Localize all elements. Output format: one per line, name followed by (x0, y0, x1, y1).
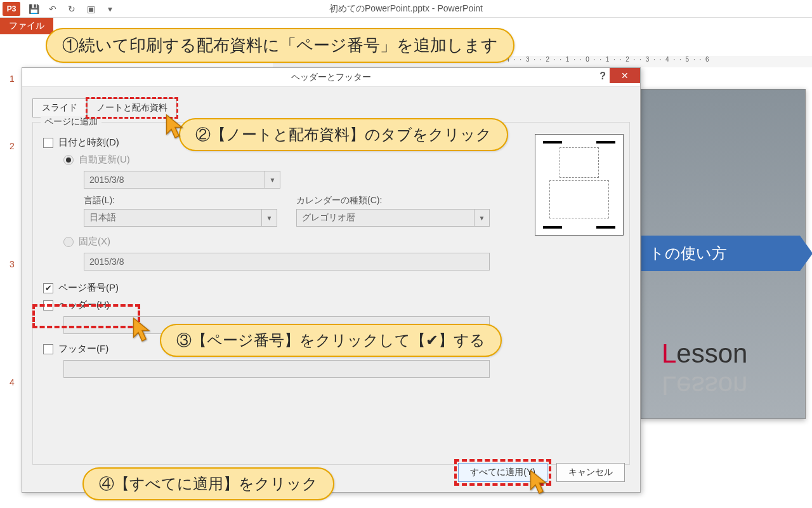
file-tab[interactable]: ファイル (0, 18, 53, 34)
pagenum-row: ページ番号(P) (43, 282, 619, 294)
date-format-value: 2015/3/8 (89, 175, 124, 185)
calendar-column: カレンダーの種類(C): グレゴリオ暦 ▼ (296, 195, 490, 227)
callout-4: ④【すべてに適用】をクリック (82, 467, 334, 500)
cancel-button[interactable]: キャンセル (556, 463, 625, 482)
pagenum-label: ページ番号(P) (58, 282, 119, 294)
help-icon[interactable]: ? (599, 70, 606, 82)
auto-update-radio[interactable] (63, 155, 74, 165)
header-row: ヘッダー(H) (43, 299, 619, 311)
fixed-row: 固定(X) (63, 236, 619, 248)
quick-access-toolbar: 💾 ↶ ↻ ▣ ▾ (23, 2, 121, 16)
window-title: 初めてのPowerPoint.pptx - PowerPoint (329, 3, 483, 15)
slide-banner: トの使い方 (641, 236, 800, 271)
save-icon[interactable]: 💾 (27, 2, 41, 16)
fixed-radio[interactable] (63, 237, 74, 247)
group-title: ページに追加 (41, 116, 102, 128)
fixed-value-row: 2015/3/8 (84, 253, 619, 271)
header-checkbox[interactable] (43, 300, 53, 311)
language-label: 言語(L): (84, 195, 277, 206)
chevron-down-icon: ▼ (261, 210, 277, 226)
calendar-label: カレンダーの種類(C): (296, 195, 490, 206)
pagenum-checkbox[interactable] (43, 283, 53, 293)
header-label: ヘッダー(H) (58, 299, 110, 311)
slide-canvas: トの使い方 Lesson Lesson (641, 89, 806, 419)
slide-number[interactable]: 4 (0, 371, 24, 438)
date-combo-row: 2015/3/8 ▼ (84, 171, 280, 189)
tab-slide[interactable]: スライド (32, 98, 87, 117)
lesson-logo: Lesson (662, 338, 747, 369)
slide-thumbnail-panel: 1 2 3 4 (0, 67, 24, 508)
chevron-down-icon: ▼ (265, 171, 280, 188)
slide-number[interactable]: 3 (0, 253, 24, 371)
callout-1: ①続いて印刷する配布資料に「ページ番号」を追加します (46, 28, 514, 63)
callout-2: ②【ノートと配布資料】のタブをクリック (179, 118, 508, 151)
date-format-combo[interactable]: 2015/3/8 ▼ (84, 171, 280, 189)
lesson-logo-reflection: Lesson (662, 370, 747, 401)
slide-number[interactable]: 1 (0, 67, 24, 135)
cursor-icon (164, 113, 187, 140)
dialog-tab-strip: スライド ノートと配布資料 (32, 98, 630, 117)
calendar-value: グレゴリオ暦 (302, 212, 355, 224)
datetime-checkbox[interactable] (43, 138, 53, 148)
language-combo[interactable]: 日本語 ▼ (84, 209, 277, 227)
language-column: 言語(L): 日本語 ▼ (84, 195, 277, 227)
callout-3: ③【ページ番号】をクリックして【✔】する (160, 324, 502, 357)
fixed-date-field[interactable]: 2015/3/8 (84, 253, 490, 271)
footer-checkbox[interactable] (43, 344, 53, 354)
title-bar: P3 💾 ↶ ↻ ▣ ▾ 初めてのPowerPoint.pptx - Power… (0, 0, 812, 18)
chevron-down-icon: ▼ (474, 210, 489, 226)
footer-text-row (63, 360, 619, 378)
calendar-combo[interactable]: グレゴリオ暦 ▼ (296, 209, 490, 227)
app-icon: P3 (3, 2, 20, 16)
dialog-title: ヘッダーとフッター (291, 72, 371, 83)
language-value: 日本語 (89, 212, 116, 224)
close-icon[interactable]: ✕ (610, 68, 640, 83)
cursor-icon (131, 316, 154, 343)
footer-text-field[interactable] (63, 360, 490, 378)
undo-icon[interactable]: ↶ (46, 2, 60, 16)
auto-update-label: 自動更新(U) (79, 154, 130, 166)
redo-icon[interactable]: ↻ (65, 2, 79, 16)
layout-preview (535, 134, 624, 236)
slide-number[interactable]: 2 (0, 135, 24, 253)
footer-label: フッター(F) (58, 343, 108, 355)
cursor-icon (528, 469, 551, 495)
qat-more-icon[interactable]: ▾ (103, 2, 117, 16)
slideshow-icon[interactable]: ▣ (84, 2, 98, 16)
fixed-label: 固定(X) (79, 236, 110, 248)
dialog-titlebar: ヘッダーとフッター ? ✕ (22, 68, 640, 87)
datetime-label: 日付と時刻(D) (58, 137, 119, 149)
